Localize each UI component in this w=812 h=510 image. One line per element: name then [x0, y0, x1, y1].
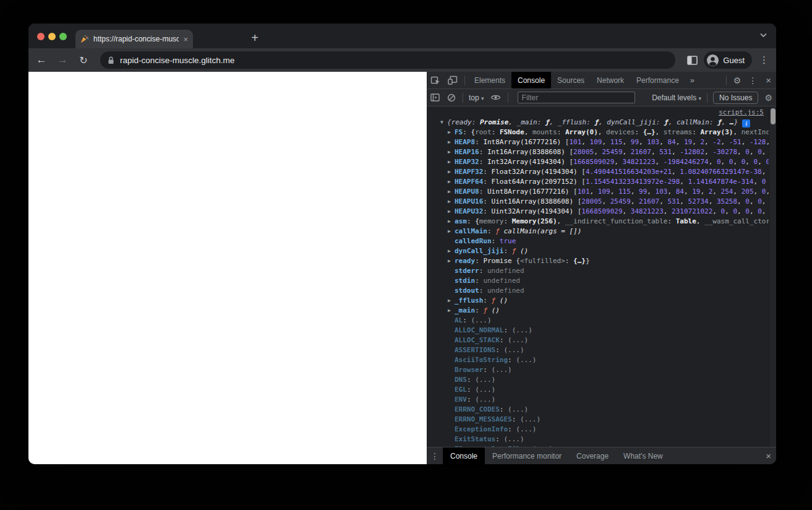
- console-line: ▶dynCall_jiji: ƒ (): [427, 246, 769, 256]
- console-token: :: [503, 326, 511, 334]
- window-close-button[interactable]: [37, 33, 45, 40]
- console-token: -51: [729, 138, 741, 146]
- forward-button[interactable]: →: [54, 54, 71, 66]
- drawer-tab-console[interactable]: Console: [443, 447, 485, 464]
- disclosure-triangle-icon[interactable]: ▶: [448, 256, 455, 266]
- console-token: :: [483, 197, 491, 205]
- console-token: :: [483, 366, 491, 374]
- console-token: 115: [618, 188, 631, 196]
- devtools-tab-bar: Elements Console Sources Network Perform…: [427, 72, 776, 89]
- inspect-element-icon[interactable]: [427, 76, 444, 85]
- drawer-tab-whats-new[interactable]: What's New: [616, 447, 670, 464]
- disclosure-triangle-icon[interactable]: ▶: [448, 157, 455, 167]
- console-token: Array(3): [700, 128, 733, 136]
- console-token: undefined: [487, 287, 524, 295]
- reload-button[interactable]: ↻: [75, 54, 92, 66]
- console-token: :: [508, 425, 516, 433]
- console-token: ,: [602, 138, 610, 146]
- console-token: :: [500, 405, 508, 413]
- console-token: (): [500, 296, 508, 305]
- console-token: (...): [475, 376, 495, 384]
- console-token: 34821223: [631, 207, 664, 215]
- drawer-tab-coverage[interactable]: Coverage: [569, 447, 616, 464]
- window-minimize-button[interactable]: [48, 33, 56, 40]
- disclosure-triangle-icon[interactable]: ▶: [448, 207, 455, 217]
- console-token: HEAPU32: [455, 207, 483, 215]
- disclosure-triangle-icon[interactable]: ▶: [448, 187, 455, 197]
- drawer-tab-performance-monitor[interactable]: Performance monitor: [485, 447, 569, 464]
- devtools-menu-kebab-icon[interactable]: ⋮: [745, 76, 761, 85]
- more-tabs-icon[interactable]: »: [685, 76, 699, 85]
- devtools-close-icon[interactable]: ×: [761, 75, 776, 85]
- disclosure-triangle-icon[interactable]: ▶: [448, 147, 455, 157]
- disclosure-triangle-icon[interactable]: ▶: [448, 127, 455, 137]
- side-panel-icon[interactable]: [687, 56, 698, 65]
- tab-elements[interactable]: Elements: [468, 72, 511, 89]
- console-token: Array(0): [565, 128, 598, 136]
- console-token: :: [463, 316, 471, 324]
- console-token: …: [730, 118, 734, 126]
- console-token: ERRNO_CODES: [455, 405, 500, 413]
- disclosure-triangle-icon[interactable]: ▼: [440, 118, 447, 127]
- drawer-menu-kebab-icon[interactable]: ⋮: [427, 451, 443, 461]
- disclosure-triangle-icon[interactable]: ▶: [448, 137, 455, 147]
- console-token: :: [467, 395, 475, 404]
- console-token: ,: [651, 148, 659, 156]
- console-token: ,: [700, 188, 708, 196]
- console-token: 99: [639, 188, 647, 196]
- console-token: ENV: [455, 395, 467, 404]
- console-token: (...): [503, 435, 524, 443]
- clear-console-icon[interactable]: [443, 93, 459, 102]
- disclosure-triangle-icon[interactable]: ▶: [448, 177, 455, 187]
- console-scrollbar[interactable]: [769, 106, 776, 447]
- console-token: ,: [737, 197, 745, 205]
- window-zoom-button[interactable]: [59, 33, 67, 40]
- disclosure-triangle-icon[interactable]: ▶: [448, 306, 455, 316]
- tab-network[interactable]: Network: [591, 72, 630, 89]
- console-token: ,: [722, 118, 730, 126]
- browser-tab[interactable]: https://rapid-concise-muscle.g ×: [75, 30, 193, 48]
- tab-sources[interactable]: Sources: [551, 72, 591, 89]
- drawer-close-icon[interactable]: ×: [761, 451, 776, 461]
- profile-button[interactable]: Guest: [704, 51, 752, 69]
- console-token: 4.490441516634203e+21: [586, 168, 672, 176]
- console-token: ƒ: [545, 118, 550, 126]
- disclosure-triangle-icon[interactable]: ▶: [448, 217, 455, 227]
- log-levels-selector[interactable]: Default levels ▾: [649, 93, 704, 102]
- context-selector[interactable]: top ▾: [466, 93, 487, 102]
- scrollbar-thumb[interactable]: [771, 108, 776, 124]
- tab-console[interactable]: Console: [511, 72, 551, 89]
- console-token: :: [467, 376, 475, 384]
- settings-gear-icon[interactable]: ⚙: [730, 76, 745, 85]
- console-token: (...): [520, 415, 541, 423]
- filter-input[interactable]: [518, 92, 635, 103]
- console-token: -1984246274: [664, 158, 709, 166]
- console-settings-gear-icon[interactable]: ⚙: [761, 93, 776, 103]
- console-token: FS: [455, 128, 463, 136]
- eye-icon[interactable]: [487, 94, 505, 101]
- console-token: :: [483, 168, 491, 176]
- console-token: ,: [733, 188, 741, 196]
- browser-menu-kebab-icon[interactable]: ⋮: [758, 54, 770, 66]
- disclosure-triangle-icon[interactable]: ▶: [448, 246, 455, 256]
- disclosure-triangle-icon[interactable]: ▶: [448, 296, 455, 306]
- tab-performance[interactable]: Performance: [630, 72, 685, 89]
- tab-close-icon[interactable]: ×: [183, 35, 188, 43]
- source-link[interactable]: script.js:5: [719, 108, 764, 116]
- console-token: asm: [455, 217, 467, 225]
- disclosure-triangle-icon[interactable]: ▶: [448, 227, 455, 236]
- lock-icon[interactable]: [108, 56, 114, 64]
- device-toolbar-icon[interactable]: [444, 76, 461, 85]
- info-badge-icon[interactable]: i: [742, 119, 750, 127]
- console-sidebar-icon[interactable]: [427, 93, 443, 102]
- no-issues-button[interactable]: No Issues: [713, 92, 758, 104]
- disclosure-triangle-icon[interactable]: ▶: [448, 197, 455, 207]
- chevron-down-icon[interactable]: [759, 32, 767, 38]
- console-token: ,: [712, 207, 720, 215]
- disclosure-triangle-icon[interactable]: ▶: [448, 167, 455, 177]
- back-button[interactable]: ←: [33, 54, 49, 66]
- address-bar[interactable]: rapid-concise-muscle.glitch.me: [100, 51, 675, 69]
- source-link-row: script.js:5: [427, 108, 769, 118]
- new-tab-button[interactable]: +: [246, 30, 263, 47]
- console-token: 1668509029: [573, 158, 614, 166]
